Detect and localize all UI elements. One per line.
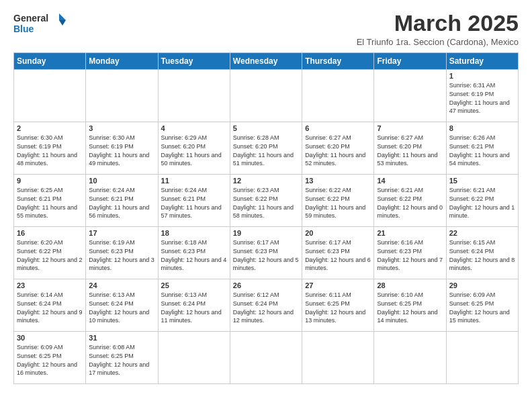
- day-27: 27 Sunrise: 6:11 AMSunset: 6:25 PMDaylig…: [302, 279, 374, 332]
- day-30: 30 Sunrise: 6:09 AMSunset: 6:25 PMDaylig…: [14, 332, 86, 384]
- day-1: 1 Sunrise: 6:31 AM Sunset: 6:19 PM Dayli…: [446, 70, 518, 122]
- day-29: 29 Sunrise: 6:09 AMSunset: 6:25 PMDaylig…: [446, 279, 518, 332]
- col-friday: Friday: [374, 53, 446, 70]
- empty-cell: [374, 332, 446, 384]
- day-6: 6 Sunrise: 6:27 AMSunset: 6:20 PMDayligh…: [302, 122, 374, 175]
- empty-cell: [86, 70, 158, 122]
- day-14: 14 Sunrise: 6:21 AMSunset: 6:22 PMDaylig…: [374, 175, 446, 227]
- empty-cell: [302, 332, 374, 384]
- col-saturday: Saturday: [446, 53, 518, 70]
- table-row: 1 Sunrise: 6:31 AM Sunset: 6:19 PM Dayli…: [14, 70, 519, 122]
- page: General Blue March 2025 El Triunfo 1ra. …: [0, 0, 532, 411]
- day-18: 18 Sunrise: 6:18 AMSunset: 6:23 PMDaylig…: [158, 227, 230, 279]
- table-row: 23 Sunrise: 6:14 AMSunset: 6:24 PMDaylig…: [14, 279, 519, 332]
- day-22: 22 Sunrise: 6:15 AMSunset: 6:24 PMDaylig…: [446, 227, 518, 279]
- day-15: 15 Sunrise: 6:21 AMSunset: 6:22 PMDaylig…: [446, 175, 518, 227]
- col-sunday: Sunday: [14, 53, 86, 70]
- day-12: 12 Sunrise: 6:23 AMSunset: 6:22 PMDaylig…: [230, 175, 302, 227]
- day-28: 28 Sunrise: 6:10 AMSunset: 6:25 PMDaylig…: [374, 279, 446, 332]
- empty-cell: [230, 332, 302, 384]
- empty-cell: [14, 70, 86, 122]
- table-row: 9 Sunrise: 6:25 AMSunset: 6:21 PMDayligh…: [14, 175, 519, 227]
- header: General Blue March 2025 El Triunfo 1ra. …: [13, 11, 519, 47]
- day-13: 13 Sunrise: 6:22 AMSunset: 6:22 PMDaylig…: [302, 175, 374, 227]
- empty-cell: [230, 70, 302, 122]
- title-block: March 2025 El Triunfo 1ra. Seccion (Card…: [357, 11, 519, 47]
- col-wednesday: Wednesday: [230, 53, 302, 70]
- svg-marker-2: [59, 13, 66, 20]
- empty-cell: [374, 70, 446, 122]
- calendar: Sunday Monday Tuesday Wednesday Thursday…: [13, 52, 519, 384]
- day-3: 3 Sunrise: 6:30 AMSunset: 6:19 PMDayligh…: [86, 122, 158, 175]
- table-row: 2 Sunrise: 6:30 AMSunset: 6:19 PMDayligh…: [14, 122, 519, 175]
- empty-cell: [302, 70, 374, 122]
- col-monday: Monday: [86, 53, 158, 70]
- sunrise-1: Sunrise: 6:31 AM: [449, 82, 496, 89]
- day-16: 16 Sunrise: 6:20 AMSunset: 6:22 PMDaylig…: [14, 227, 86, 279]
- day-23: 23 Sunrise: 6:14 AMSunset: 6:24 PMDaylig…: [14, 279, 86, 332]
- day-25: 25 Sunrise: 6:13 AMSunset: 6:24 PMDaylig…: [158, 279, 230, 332]
- day-24: 24 Sunrise: 6:13 AMSunset: 6:24 PMDaylig…: [86, 279, 158, 332]
- day-17: 17 Sunrise: 6:19 AMSunset: 6:23 PMDaylig…: [86, 227, 158, 279]
- col-thursday: Thursday: [302, 53, 374, 70]
- month-title: March 2025: [357, 11, 519, 36]
- logo-svg: General Blue: [13, 11, 67, 40]
- day-11: 11 Sunrise: 6:24 AMSunset: 6:21 PMDaylig…: [158, 175, 230, 227]
- day-19: 19 Sunrise: 6:17 AMSunset: 6:23 PMDaylig…: [230, 227, 302, 279]
- day-31: 31 Sunrise: 6:08 AMSunset: 6:25 PMDaylig…: [86, 332, 158, 384]
- day-8: 8 Sunrise: 6:26 AMSunset: 6:21 PMDayligh…: [446, 122, 518, 175]
- svg-marker-3: [59, 20, 66, 26]
- day-4: 4 Sunrise: 6:29 AMSunset: 6:20 PMDayligh…: [158, 122, 230, 175]
- day-5: 5 Sunrise: 6:28 AMSunset: 6:20 PMDayligh…: [230, 122, 302, 175]
- table-row: 30 Sunrise: 6:09 AMSunset: 6:25 PMDaylig…: [14, 332, 519, 384]
- empty-cell: [158, 70, 230, 122]
- daylight-1: Daylight: 11 hours and 47 minutes.: [449, 99, 510, 115]
- day-20: 20 Sunrise: 6:17 AMSunset: 6:23 PMDaylig…: [302, 227, 374, 279]
- empty-cell: [158, 332, 230, 384]
- location-title: El Triunfo 1ra. Seccion (Cardona), Mexic…: [357, 37, 519, 47]
- svg-text:Blue: Blue: [13, 24, 34, 34]
- empty-cell: [446, 332, 518, 384]
- day-9: 9 Sunrise: 6:25 AMSunset: 6:21 PMDayligh…: [14, 175, 86, 227]
- day-2: 2 Sunrise: 6:30 AMSunset: 6:19 PMDayligh…: [14, 122, 86, 175]
- day-10: 10 Sunrise: 6:24 AMSunset: 6:21 PMDaylig…: [86, 175, 158, 227]
- col-tuesday: Tuesday: [158, 53, 230, 70]
- day-26: 26 Sunrise: 6:12 AMSunset: 6:24 PMDaylig…: [230, 279, 302, 332]
- day-21: 21 Sunrise: 6:16 AMSunset: 6:23 PMDaylig…: [374, 227, 446, 279]
- svg-text:General: General: [13, 13, 48, 24]
- table-row: 16 Sunrise: 6:20 AMSunset: 6:22 PMDaylig…: [14, 227, 519, 279]
- day-7: 7 Sunrise: 6:27 AMSunset: 6:20 PMDayligh…: [374, 122, 446, 175]
- sunset-1: Sunset: 6:19 PM: [449, 91, 494, 97]
- logo: General Blue: [13, 11, 67, 40]
